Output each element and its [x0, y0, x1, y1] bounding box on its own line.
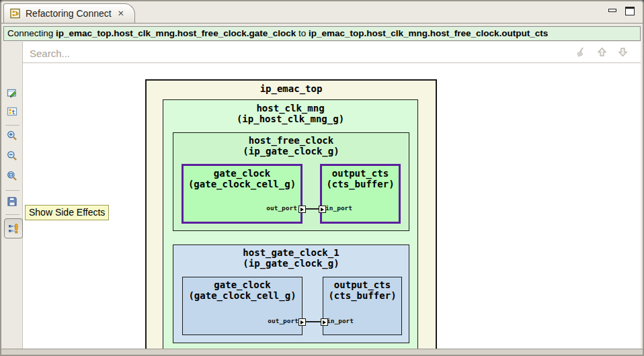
find-next-icon[interactable] — [617, 46, 629, 58]
cell-gate-clock-selected[interactable]: gate_clock (gate_clock_cell_g) out_port — [182, 164, 303, 224]
cell-output-cts-selected[interactable]: output_cts (cts_buffer) in_port — [320, 164, 401, 224]
cell-subtitle: (gate_clock_cell_g) — [184, 179, 300, 189]
module-ip-emac-top[interactable]: ip_emac_top host_clk_mng (ip_host_clk_mn… — [145, 79, 437, 349]
tab-title: Refactoring Connect — [26, 8, 112, 19]
svg-text:t: t — [11, 109, 15, 116]
connection-status-bar: Connecting ip_emac_top.host_clk_mng.host… — [3, 26, 641, 41]
connection-wire[interactable] — [306, 208, 319, 210]
target-path: ip_emac_top.host_clk_mng.host_free_clock… — [309, 28, 548, 38]
status-joiner: to — [296, 28, 309, 38]
find-previous-icon[interactable] — [596, 46, 608, 58]
status-prefix: Connecting — [7, 28, 56, 38]
zoom-fit-icon[interactable] — [7, 171, 17, 181]
cell-title: output_cts — [323, 279, 401, 290]
search-input[interactable] — [28, 44, 501, 62]
maximize-icon[interactable] — [625, 7, 635, 15]
in-port-icon[interactable] — [321, 318, 328, 326]
cell-gate-clock[interactable]: gate_clock (gate_clock_cell_g) out_port — [182, 277, 303, 335]
side-effects-toggle-icon — [7, 222, 19, 234]
zoom-out-icon[interactable] — [7, 150, 17, 161]
toolbar-separator — [5, 190, 19, 191]
module-subtitle: (ip_gate_clock_g) — [173, 258, 409, 269]
view-controls — [608, 7, 635, 15]
refactoring-connect-window: Refactoring Connect ✕ Connecting ip_emac… — [0, 0, 644, 356]
clear-search-icon[interactable] — [575, 46, 587, 58]
tab-close-icon[interactable]: ✕ — [118, 9, 124, 18]
tab-refactoring-connect[interactable]: Refactoring Connect ✕ — [3, 3, 135, 23]
cell-subtitle: (cts_buffer) — [323, 290, 401, 301]
module-host-clk-mng[interactable]: host_clk_mng (ip_host_clk_mng_g) host_fr… — [163, 99, 418, 349]
module-title: ip_emac_top — [147, 83, 436, 94]
module-subtitle: (ip_host_clk_mng_g) — [163, 114, 417, 124]
cell-title: gate_clock — [184, 168, 300, 179]
save-icon[interactable] — [7, 196, 17, 207]
cell-subtitle: (gate_clock_cell_g) — [183, 290, 302, 301]
cell-title: output_cts — [322, 168, 399, 179]
show-labels-icon[interactable]: t — [7, 106, 17, 117]
refactoring-connect-icon — [10, 8, 21, 19]
module-title: host_free_clock — [173, 135, 409, 146]
module-host-free-clock[interactable]: host_free_clock (ip_gate_clock_g) gate_c… — [173, 132, 409, 231]
out-port-icon[interactable] — [298, 206, 306, 213]
in-port-label: in_port — [325, 204, 352, 212]
minimize-icon[interactable] — [608, 9, 616, 12]
tab-bar-divider — [1, 23, 643, 24]
toolbar-separator — [5, 214, 19, 215]
zoom-in-icon[interactable] — [7, 130, 17, 141]
module-host-gate-clock-1[interactable]: host_gate_clock_1 (ip_gate_clock_g) gate… — [173, 244, 409, 343]
module-title: host_gate_clock_1 — [173, 247, 409, 258]
connection-wire[interactable] — [306, 321, 321, 322]
out-port-icon[interactable] — [298, 318, 306, 326]
source-path: ip_emac_top.host_clk_mng.host_free_clock… — [56, 28, 296, 38]
show-side-effects-tooltip: Show Side Effects — [25, 205, 109, 220]
cell-subtitle: (cts_buffer) — [322, 179, 399, 189]
module-title: host_clk_mng — [163, 103, 417, 114]
bottom-window-frame — [1, 349, 643, 355]
in-port-label: in_port — [327, 317, 354, 324]
in-port-icon[interactable] — [319, 206, 326, 213]
out-port-label: out_port — [268, 317, 298, 324]
diagram-canvas[interactable]: ip_emac_top host_clk_mng (ip_host_clk_mn… — [23, 63, 641, 349]
cell-title: gate_clock — [183, 279, 302, 290]
search-actions — [575, 46, 629, 58]
view-tab-bar: Refactoring Connect ✕ — [1, 1, 643, 24]
cell-output-cts[interactable]: output_cts (cts_buffer) in_port — [323, 277, 402, 335]
edit-diagram-icon[interactable] — [7, 87, 17, 98]
show-side-effects-toggle[interactable] — [4, 218, 23, 238]
toolbar-separator — [5, 125, 19, 126]
module-subtitle: (ip_gate_clock_g) — [173, 146, 409, 157]
diagram-toolbar: t — [1, 42, 23, 349]
out-port-label: out_port — [266, 204, 297, 212]
search-bar — [23, 42, 641, 63]
